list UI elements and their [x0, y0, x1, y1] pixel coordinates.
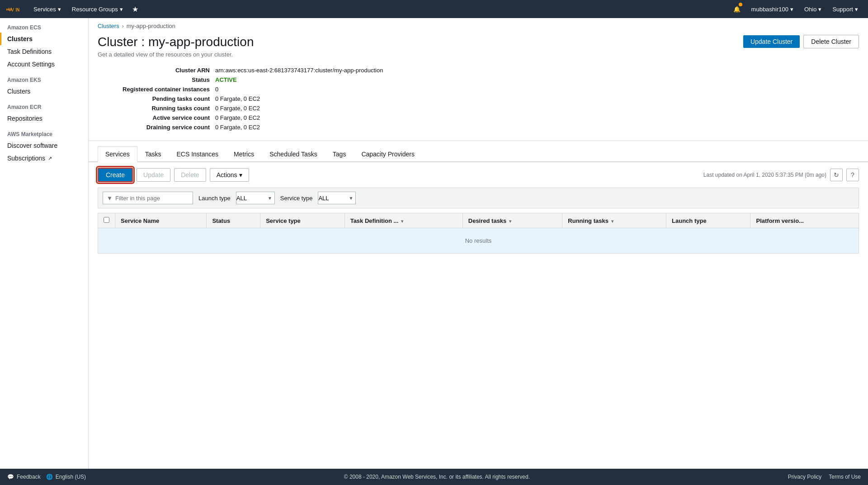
support-menu[interactable]: Support ▾ [828, 0, 863, 18]
region-menu[interactable]: Ohio ▾ [800, 0, 826, 18]
page-header: Cluster : my-app-production Get a detail… [89, 31, 868, 63]
filters-row: ▼ Filter in this page Launch type ALL EC… [98, 188, 859, 208]
status-row: Status ACTIVE [98, 76, 859, 83]
status-value: ACTIVE [215, 76, 237, 83]
bottom-bar: 💬 Feedback 🌐 English (US) © 2008 - 2020,… [0, 469, 868, 485]
tab-scheduled-tasks[interactable]: Scheduled Tasks [262, 146, 325, 162]
top-navigation: aws Services ▾ Resource Groups ▾ ★ 🔔 mub… [0, 0, 868, 18]
select-all-header [98, 213, 115, 228]
sidebar-item-clusters[interactable]: Clusters [0, 33, 88, 45]
service-type-header[interactable]: Service type [260, 213, 344, 228]
header-buttons: Update Cluster Delete Cluster [743, 35, 859, 48]
external-link-icon: ↗ [48, 155, 52, 161]
services-menu[interactable]: Services ▾ [29, 0, 66, 18]
service-name-header[interactable]: Service Name [115, 213, 207, 228]
no-results-row: No results [98, 228, 859, 254]
sidebar-item-account-settings[interactable]: Account Settings [0, 58, 88, 71]
notification-dot [739, 3, 742, 6]
help-button[interactable]: ? [846, 169, 859, 181]
globe-icon: 🌐 [46, 474, 53, 480]
service-type-select[interactable]: ALL REPLICA DAEMON [318, 192, 356, 204]
filter-placeholder: Filter in this page [115, 195, 160, 202]
launch-type-select[interactable]: ALL EC2 FARGATE [236, 192, 275, 204]
footer-links: Privacy Policy Terms of Use [788, 474, 861, 480]
last-updated-text: Last updated on April 1, 2020 5:37:35 PM… [703, 172, 826, 178]
table-area: Create Update Delete Actions ▾ Last upda… [89, 162, 868, 259]
resource-groups-menu[interactable]: Resource Groups ▾ [67, 0, 127, 18]
sidebar-item-repositories[interactable]: Repositories [0, 112, 88, 125]
breadcrumb: Clusters › my-app-production [89, 18, 868, 31]
actions-chevron-icon: ▾ [239, 171, 242, 179]
running-tasks-header[interactable]: Running tasks ▾ [562, 213, 666, 228]
platform-version-header[interactable]: Platform versio... [750, 213, 859, 228]
pending-label: Pending tasks count [98, 95, 215, 102]
tab-capacity-providers[interactable]: Capacity Providers [354, 146, 422, 162]
breadcrumb-separator: › [122, 23, 124, 29]
tab-tasks[interactable]: Tasks [137, 146, 169, 162]
user-menu[interactable]: mubbashir100 ▾ [747, 0, 798, 18]
pending-row: Pending tasks count 0 Fargate, 0 EC2 [98, 95, 859, 102]
arn-value: arn:aws:ecs:us-east-2:681373743177:clust… [215, 67, 383, 74]
sidebar-section-ecs: Amazon ECS [0, 18, 88, 33]
favorites-icon[interactable]: ★ [129, 5, 141, 14]
no-results-cell: No results [98, 228, 859, 254]
sidebar-item-eks-clusters[interactable]: Clusters [0, 85, 88, 98]
running-label: Running tasks count [98, 105, 215, 112]
filter-input[interactable]: ▼ Filter in this page [103, 192, 193, 204]
status-header[interactable]: Status [207, 213, 260, 228]
registered-row: Registered container instances 0 [98, 86, 859, 93]
feedback-button[interactable]: 💬 Feedback [7, 474, 41, 480]
toolbar-right: Last updated on April 1, 2020 5:37:35 PM… [703, 169, 859, 181]
registered-label: Registered container instances [98, 86, 215, 93]
speech-bubble-icon: 💬 [7, 474, 14, 480]
task-definition-header[interactable]: Task Definition ... ▾ [344, 213, 462, 228]
tab-tags[interactable]: Tags [325, 146, 354, 162]
tab-metrics[interactable]: Metrics [226, 146, 262, 162]
privacy-policy-link[interactable]: Privacy Policy [788, 474, 822, 480]
main-content: Clusters › my-app-production Cluster : m… [89, 18, 868, 469]
page-subtitle: Get a detailed view of the resources on … [98, 51, 254, 58]
aws-logo[interactable]: aws [5, 4, 24, 14]
create-button[interactable]: Create [98, 168, 133, 182]
page-title: Cluster : my-app-production [98, 35, 254, 49]
status-label: Status [98, 76, 215, 83]
page-header-text: Cluster : my-app-production Get a detail… [98, 35, 254, 58]
launch-type-select-wrap: ALL EC2 FARGATE [236, 192, 275, 204]
table-header-row: Service Name Status Service type Task De… [98, 213, 859, 228]
registered-value: 0 [215, 86, 218, 93]
table-toolbar: Create Update Delete Actions ▾ Last upda… [98, 168, 859, 182]
desired-tasks-header[interactable]: Desired tasks ▾ [462, 213, 562, 228]
sidebar-collapse-button[interactable]: ‹ [88, 235, 89, 253]
help-icon: ? [851, 171, 854, 179]
terms-of-use-link[interactable]: Terms of Use [829, 474, 861, 480]
notifications-button[interactable]: 🔔 [729, 0, 745, 18]
sidebar-item-discover-software[interactable]: Discover software [0, 139, 88, 152]
select-all-checkbox[interactable] [104, 217, 109, 223]
language-label: English (US) [56, 474, 86, 480]
bell-icon: 🔔 [733, 6, 741, 13]
active-value: 0 Fargate, 0 EC2 [215, 114, 260, 121]
service-type-select-wrap: ALL REPLICA DAEMON [318, 192, 356, 204]
breadcrumb-current: my-app-production [127, 23, 175, 29]
delete-cluster-button[interactable]: Delete Cluster [803, 35, 859, 48]
sidebar-item-subscriptions[interactable]: Subscriptions ↗ [0, 152, 88, 165]
update-cluster-button[interactable]: Update Cluster [743, 35, 800, 48]
sidebar: Amazon ECS Clusters Task Definitions Acc… [0, 18, 89, 469]
launch-type-label: Launch type [198, 195, 231, 202]
tabs-container: Services Tasks ECS Instances Metrics Sch… [89, 146, 868, 162]
arn-label: Cluster ARN [98, 67, 215, 74]
delete-button[interactable]: Delete [174, 168, 206, 182]
update-button[interactable]: Update [137, 168, 170, 182]
sidebar-section-ecr: Amazon ECR [0, 98, 88, 112]
tab-ecs-instances[interactable]: ECS Instances [169, 146, 226, 162]
tab-services[interactable]: Services [98, 146, 137, 162]
launch-type-header[interactable]: Launch type [666, 213, 750, 228]
services-table: Service Name Status Service type Task De… [98, 213, 859, 254]
draining-label: Draining service count [98, 124, 215, 131]
language-selector[interactable]: 🌐 English (US) [46, 474, 86, 480]
breadcrumb-clusters-link[interactable]: Clusters [98, 23, 119, 29]
actions-button[interactable]: Actions ▾ [210, 168, 249, 182]
draining-row: Draining service count 0 Fargate, 0 EC2 [98, 124, 859, 131]
refresh-button[interactable]: ↻ [830, 169, 843, 181]
sidebar-item-task-definitions[interactable]: Task Definitions [0, 45, 88, 58]
